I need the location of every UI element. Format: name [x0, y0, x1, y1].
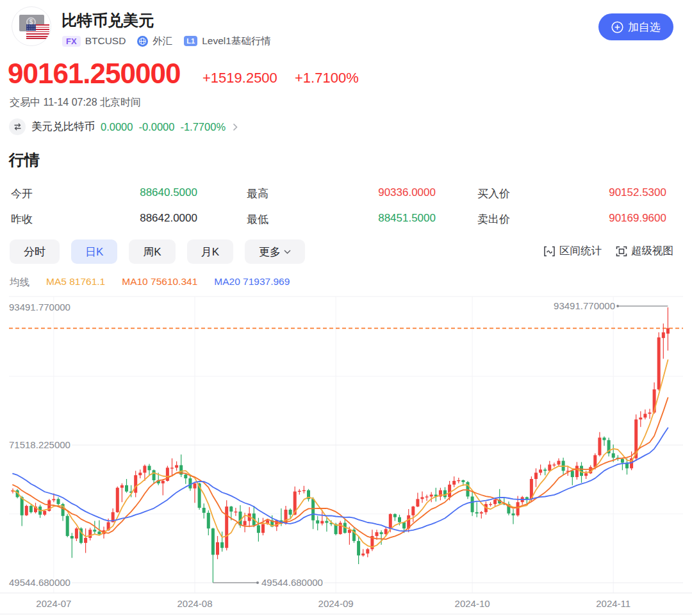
price-change: +1519.2500 — [202, 70, 277, 86]
swap-icon — [9, 118, 26, 135]
inverse-pair-row[interactable]: 美元兑比特币 0.0000 -0.0000 -1.7700% — [9, 118, 238, 136]
last-price: 90161.250000 — [8, 58, 180, 90]
range-statistics-icon — [543, 246, 556, 257]
ma5-value: MA5 81761.1 — [46, 276, 105, 289]
stock-quote-page: $ 比特币兑美元 FX BTCUSD 外汇 L1 Level1基础行情 加自选 … — [0, 0, 692, 616]
open-label: 今开 — [11, 186, 33, 201]
tab-daily-k[interactable]: 日K — [71, 239, 117, 264]
ma-legend-title: 均线 — [10, 276, 29, 289]
candlestick-chart[interactable]: 49544.68000093491.77000093491.7700007151… — [0, 293, 692, 616]
chart-period-tabs: 分时 日K 周K 月K 更多 — [10, 239, 305, 264]
trading-status: 交易中 11-14 07:28 北京时间 — [10, 96, 141, 109]
market-section-title: 行情 — [9, 150, 40, 170]
market-type-label: 外汇 — [152, 35, 172, 48]
tab-weekly-k[interactable]: 周K — [129, 239, 175, 264]
bid-label: 买入价 — [477, 186, 510, 201]
svg-text:2024-08: 2024-08 — [177, 598, 212, 609]
chevron-right-icon — [233, 123, 238, 131]
price-change-pct: +1.7100% — [295, 70, 359, 86]
inverse-change-pct: -1.7700% — [180, 121, 226, 133]
inverse-pair-label: 美元兑比特币 — [31, 120, 95, 134]
ask-label: 卖出价 — [477, 212, 510, 227]
us-flag-icon — [26, 24, 49, 39]
chevron-down-icon — [284, 250, 291, 254]
super-view-button[interactable]: 超级视图 — [616, 244, 673, 258]
ma20-value: MA20 71937.969 — [214, 276, 290, 289]
chart-tools: 区间统计 超级视图 — [543, 244, 673, 258]
instrument-logo: $ — [12, 6, 51, 46]
high-label: 最高 — [247, 186, 268, 201]
ask-value: 90169.9600 — [545, 212, 666, 225]
tab-minute[interactable]: 分时 — [10, 239, 60, 264]
super-view-icon — [616, 246, 627, 257]
range-statistics-label: 区间统计 — [559, 244, 602, 258]
ma10-value: MA10 75610.341 — [122, 276, 197, 289]
prev-close-value: 88642.0000 — [76, 212, 197, 225]
svg-text:2024-09: 2024-09 — [318, 598, 354, 609]
open-value: 88640.5000 — [76, 186, 197, 199]
svg-text:2024-07: 2024-07 — [36, 598, 71, 609]
inverse-price: 0.0000 — [101, 121, 133, 133]
level1-badge: L1 — [184, 36, 197, 46]
add-watchlist-label: 加自选 — [628, 20, 661, 35]
super-view-label: 超级视图 — [631, 244, 673, 258]
tab-more-label: 更多 — [259, 245, 281, 259]
svg-text:49544.680000: 49544.680000 — [261, 577, 323, 588]
svg-text:2024-11: 2024-11 — [596, 598, 630, 609]
svg-text:2024-10: 2024-10 — [455, 598, 490, 609]
high-value: 90336.0000 — [314, 186, 436, 199]
instrument-tags: FX BTCUSD 外汇 L1 Level1基础行情 — [62, 35, 271, 47]
ma-legend: 均线 MA5 81761.1 MA10 75610.341 MA20 71937… — [10, 276, 290, 289]
level1-label: Level1基础行情 — [202, 35, 271, 48]
globe-icon — [137, 36, 148, 47]
add-watchlist-button[interactable]: 加自选 — [598, 13, 673, 40]
low-value: 88451.5000 — [314, 212, 436, 225]
page-title: 比特币兑美元 — [62, 10, 154, 31]
svg-text:71518.225000: 71518.225000 — [9, 439, 70, 450]
plus-circle-icon — [611, 21, 623, 33]
tab-more[interactable]: 更多 — [245, 239, 305, 264]
range-statistics-button[interactable]: 区间统计 — [543, 244, 602, 258]
bid-value: 90152.5300 — [545, 186, 666, 199]
fx-badge: FX — [62, 36, 81, 47]
prev-close-label: 昨收 — [11, 212, 33, 227]
symbol-label: BTCUSD — [85, 35, 126, 47]
inverse-change: -0.0000 — [138, 121, 174, 133]
svg-text:93491.770000: 93491.770000 — [554, 300, 615, 311]
low-label: 最低 — [247, 212, 268, 227]
tab-monthly-k[interactable]: 月K — [187, 239, 233, 264]
svg-text:49544.680000: 49544.680000 — [9, 577, 70, 588]
svg-text:93491.770000: 93491.770000 — [9, 302, 70, 312]
